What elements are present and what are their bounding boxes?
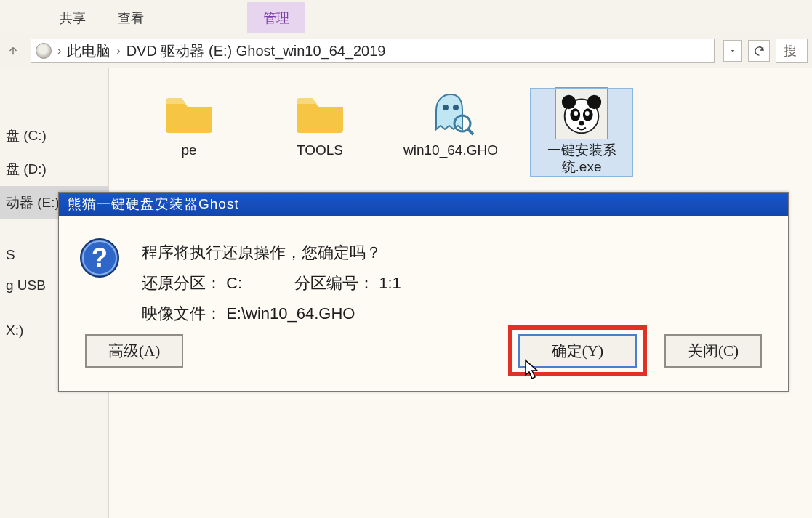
breadcrumb-pc[interactable]: 此电脑 <box>67 41 110 61</box>
close-button[interactable]: 关闭(C) <box>664 334 762 368</box>
folder-tools[interactable]: TOOLS <box>269 89 371 159</box>
question-icon: ? <box>79 238 120 278</box>
ghost-icon <box>427 90 474 137</box>
folder-pe[interactable]: pe <box>138 89 240 159</box>
address-bar[interactable]: › 此电脑 › DVD 驱动器 (E:) Ghost_win10_64_2019 <box>31 39 715 63</box>
file-label: 一键安装系统.exe <box>531 142 632 176</box>
svg-text:?: ? <box>92 243 108 272</box>
dialog-button-row: 高级(A) 确定(Y) 关闭(C) <box>59 325 788 376</box>
folder-icon <box>294 92 346 134</box>
chevron-right-icon: › <box>116 44 120 57</box>
ok-button[interactable]: 确定(Y) <box>518 334 637 368</box>
partition-number-value: 1:1 <box>379 274 401 292</box>
file-gho[interactable]: win10_64.GHO <box>400 89 502 159</box>
svg-point-10 <box>585 111 590 116</box>
svg-line-3 <box>468 129 473 134</box>
svg-point-5 <box>562 95 576 109</box>
breadcrumb-drive[interactable]: DVD 驱动器 (E:) Ghost_win10_64_2019 <box>126 41 386 61</box>
file-label: TOOLS <box>269 142 371 159</box>
panda-icon <box>555 87 608 139</box>
file-label: pe <box>138 142 240 159</box>
ribbon-tabs: 共享 查看 管理 <box>0 0 812 33</box>
svg-point-0 <box>443 105 449 110</box>
disk-icon <box>36 43 52 59</box>
tab-share[interactable]: 共享 <box>44 2 102 33</box>
restore-partition-value: C: <box>226 274 242 292</box>
svg-point-6 <box>587 95 601 109</box>
image-file-label: 映像文件： <box>142 304 222 323</box>
ok-highlight-box: 确定(Y) <box>508 325 647 376</box>
advanced-button[interactable]: 高级(A) <box>85 334 183 368</box>
svg-point-9 <box>574 111 578 116</box>
restore-partition-label: 还原分区： <box>142 274 222 292</box>
file-installer-exe[interactable]: 一键安装系统.exe <box>531 89 632 176</box>
svg-point-1 <box>453 105 459 110</box>
chevron-right-icon: › <box>57 44 61 57</box>
confirm-dialog: 熊猫一键硬盘安装器Ghost ? 程序将执行还原操作，您确定吗？ 还原分区： C… <box>58 192 789 392</box>
breadcrumb-bar: › 此电脑 › DVD 驱动器 (E:) Ghost_win10_64_2019… <box>0 33 812 68</box>
tab-manage[interactable]: 管理 <box>247 2 305 33</box>
folder-icon <box>163 92 215 134</box>
dialog-line-confirm: 程序将执行还原操作，您确定吗？ <box>142 238 401 268</box>
address-dropdown-icon[interactable] <box>723 40 742 62</box>
dialog-message: 程序将执行还原操作，您确定吗？ 还原分区： C: 分区编号： 1:1 映像文件：… <box>142 238 401 328</box>
file-label: win10_64.GHO <box>400 142 502 159</box>
image-file-value: E:\win10_64.GHO <box>226 304 355 323</box>
sidebar-item-drive-c[interactable]: 盘 (C:) <box>0 119 108 153</box>
dialog-title: 熊猫一键硬盘安装器Ghost <box>59 193 788 216</box>
tab-view[interactable]: 查看 <box>102 2 160 33</box>
sidebar-item-drive-d[interactable]: 盘 (D:) <box>0 153 108 186</box>
partition-number-label: 分区编号： <box>294 274 374 292</box>
svg-point-11 <box>579 121 584 126</box>
nav-up-icon[interactable] <box>4 42 22 60</box>
refresh-icon[interactable] <box>748 40 770 62</box>
search-box[interactable]: 搜 <box>776 39 808 63</box>
